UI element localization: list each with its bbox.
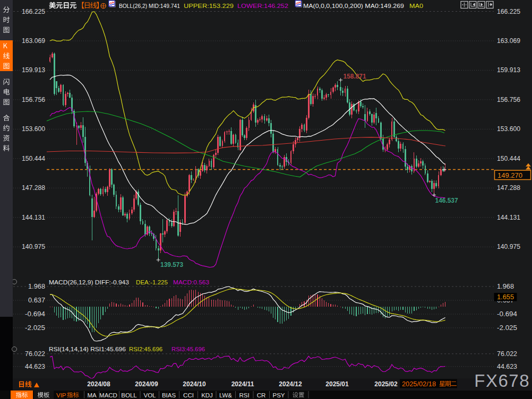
- svg-text:PSY: PSY: [272, 392, 285, 398]
- svg-text:2024/09: 2024/09: [135, 380, 158, 388]
- svg-text:159.913: 159.913: [497, 66, 520, 74]
- svg-text:2024/12: 2024/12: [279, 380, 302, 388]
- svg-text:MACD:0.563: MACD:0.563: [173, 279, 209, 285]
- svg-text:BIAS: BIAS: [162, 392, 176, 398]
- svg-text:140.975: 140.975: [22, 242, 45, 250]
- svg-text:RSI2:45.696: RSI2:45.696: [129, 346, 162, 352]
- svg-text:144.131: 144.131: [497, 213, 520, 221]
- svg-text:153.600: 153.600: [497, 125, 520, 133]
- svg-text:139.573: 139.573: [160, 261, 183, 268]
- svg-text:-2.025: -2.025: [25, 324, 45, 332]
- svg-text:44.623: 44.623: [497, 362, 517, 370]
- svg-text:BOLL(26,2) MID:149.741: BOLL(26,2) MID:149.741: [119, 3, 180, 9]
- svg-text:UPPER:153.229: UPPER:153.229: [184, 3, 234, 9]
- svg-text:2025/02: 2025/02: [374, 380, 398, 388]
- svg-text:1.968: 1.968: [28, 282, 45, 290]
- svg-text:2024/10: 2024/10: [183, 380, 206, 388]
- svg-text:166.225: 166.225: [497, 7, 520, 15]
- svg-text:147.288: 147.288: [497, 184, 520, 192]
- svg-text:MACD: MACD: [99, 392, 117, 398]
- svg-text:149.270: 149.270: [497, 171, 522, 179]
- svg-text:MA(0,0,0,100,0,200) MA0:149.26: MA(0,0,0,100,0,200) MA0:149.269: [303, 3, 404, 9]
- svg-text:147.288: 147.288: [22, 184, 45, 192]
- svg-text:2024/08: 2024/08: [87, 380, 110, 388]
- svg-text:76.022: 76.022: [25, 350, 45, 358]
- svg-text:163.069: 163.069: [22, 37, 45, 45]
- svg-text:0.637: 0.637: [28, 296, 45, 304]
- svg-text:153.600: 153.600: [22, 125, 45, 133]
- svg-text:146.537: 146.537: [435, 196, 458, 204]
- svg-text:144.131: 144.131: [22, 213, 45, 221]
- svg-text:DEA:-1.225: DEA:-1.225: [136, 279, 168, 285]
- svg-text:159.913: 159.913: [22, 66, 45, 74]
- svg-text:158.871: 158.871: [344, 72, 366, 80]
- svg-text:1.968: 1.968: [497, 282, 514, 290]
- svg-text:RSI: RSI: [239, 392, 249, 398]
- svg-text:MACD(26,12,9) DIFF:-0.943: MACD(26,12,9) DIFF:-0.943: [49, 279, 129, 285]
- svg-text:140.975: 140.975: [497, 242, 520, 250]
- svg-text:76.022: 76.022: [497, 350, 517, 358]
- svg-text:-2.025: -2.025: [497, 324, 517, 332]
- svg-text:RSI(14,14,14) RSI1:45.696: RSI(14,14,14) RSI1:45.696: [49, 346, 126, 352]
- svg-text:163.069: 163.069: [497, 37, 520, 45]
- svg-text:150.444: 150.444: [22, 154, 45, 162]
- svg-text:CR: CR: [257, 392, 266, 398]
- svg-text:166.225: 166.225: [22, 7, 45, 15]
- svg-text:RSI3:45.696: RSI3:45.696: [171, 346, 205, 352]
- svg-text:156.756: 156.756: [497, 96, 520, 103]
- svg-text:2025/01: 2025/01: [325, 380, 349, 388]
- svg-text:-0.694: -0.694: [497, 310, 517, 318]
- svg-text:VOL: VOL: [143, 392, 156, 398]
- svg-text:150.444: 150.444: [497, 154, 520, 162]
- svg-text:CCI: CCI: [183, 392, 194, 398]
- svg-text:LOWER:146.252: LOWER:146.252: [237, 3, 288, 9]
- svg-text:FX678: FX678: [474, 371, 530, 391]
- svg-text:2024/11: 2024/11: [231, 380, 254, 388]
- svg-text:LW&: LW&: [219, 392, 232, 398]
- svg-text:-0.694: -0.694: [25, 310, 45, 318]
- svg-text:BOLL: BOLL: [121, 392, 137, 398]
- svg-text:44.623: 44.623: [25, 362, 45, 370]
- svg-text:156.756: 156.756: [22, 96, 45, 103]
- svg-text:KDJ: KDJ: [201, 392, 213, 398]
- svg-text:1.655: 1.655: [497, 293, 514, 301]
- svg-text:VIP: VIP: [56, 392, 66, 398]
- svg-text:2025/02/18: 2025/02/18: [402, 380, 436, 388]
- svg-text:MA: MA: [87, 392, 97, 398]
- svg-text:MA0: MA0: [409, 3, 423, 9]
